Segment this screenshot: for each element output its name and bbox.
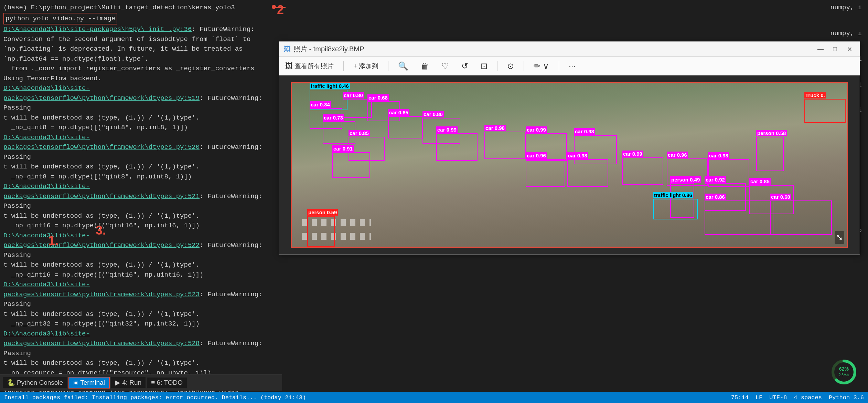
terminal-link-dtypes528[interactable]: D:\Anaconda3\lib\site-packages\tensorflo… (3, 330, 200, 348)
terminal-link-dtypes520[interactable]: D:\Anaconda3\lib\site-packages\tensorflo… (3, 134, 200, 151)
toolbar-separator-2 (388, 61, 388, 71)
terminal-line-9: _np_qint8 = np.dtype([("qint8", np.uint8… (3, 172, 279, 182)
cursor-position: 75:14 (731, 394, 749, 401)
photo-viewer-toolbar: 🖼 查看所有照片 + 添加到 🔍 🗑 ♡ ↺ ⊡ ⊙ ✏ ∨ (279, 57, 860, 75)
zebra-crossing-2 (302, 233, 371, 240)
delete-button[interactable]: 🗑 (418, 60, 432, 72)
terminal-line-3: Using TensorFlow backend. (3, 74, 279, 84)
tab-python-console[interactable]: 🐍 Python Console (3, 377, 67, 388)
terminal-tab-label: Terminal (80, 379, 105, 386)
maximize-button[interactable]: □ (829, 45, 840, 53)
terminal-line-2: from ._conv import register_converters a… (3, 64, 279, 74)
terminal-line-13: D:\Anaconda3\lib\site-packages\tensorflo… (3, 231, 279, 260)
terminal-line-20: t will be understood as (type, (1,)) / '… (3, 358, 279, 368)
face-button[interactable]: ⊙ (504, 60, 517, 72)
zebra-crossing-1 (302, 219, 371, 226)
toolbar-separator-1 (343, 61, 344, 71)
crop-button[interactable]: ⊡ (478, 60, 490, 72)
terminal-line-10: D:\Anaconda3\lib\site-packages\tensorflo… (3, 182, 279, 211)
crop-icon: ⊡ (481, 61, 487, 71)
edit-button[interactable]: ✏ ∨ (531, 60, 552, 72)
tab-terminal[interactable]: ▣ Terminal (68, 377, 110, 389)
more-icon: ··· (569, 61, 576, 71)
heart-icon: ♡ (441, 61, 449, 71)
language: Python 3.6 (829, 394, 864, 401)
line-ending: LF (756, 394, 762, 401)
toolbar-separator-5 (559, 61, 559, 71)
tab-todo[interactable]: ≡ 6: TODO (147, 378, 187, 388)
terminal-line-11: t will be understood as (type, (1,)) / '… (3, 211, 279, 221)
terminal-line-15: _np_qint16 = np.dtype([("qint16", np.uin… (3, 270, 279, 280)
taskbar: 🐍 Python Console ▣ Terminal ▶ 4: Run ≡ 6… (0, 374, 282, 391)
photo-viewer-titlebar: 🖼 照片 - tmpil8xe2iy.BMP — □ ✕ (279, 42, 860, 57)
view-all-icon: 🖼 (285, 62, 293, 71)
photo-viewer-window: 🖼 照片 - tmpil8xe2iy.BMP — □ ✕ 🖼 查看所有照片 + … (279, 41, 860, 255)
terminal-line-5: t will be understood as (type, (1,)) / '… (3, 113, 279, 123)
edit-icon: ✏ ∨ (534, 61, 549, 71)
svg-text:62%: 62% (839, 366, 849, 372)
todo-tab-label: ≡ 6: TODO (151, 379, 183, 386)
photo-viewer-content: traffic light 0.46car 0.84car 0.80car 0.… (279, 75, 860, 255)
more-button[interactable]: ··· (566, 60, 578, 72)
terminal-command: python yolo_video.py --image (3, 13, 117, 25)
terminal-link-dtypes523[interactable]: D:\Anaconda3\lib\site-packages\tensorflo… (3, 281, 200, 298)
minimize-button[interactable]: — (815, 45, 826, 53)
rotate-button[interactable]: ↺ (459, 60, 471, 72)
terminal-line-14: t will be understood as (type, (1,)) / '… (3, 260, 279, 270)
terminal-panel: (base) E:\python_project\Multi_target_de… (0, 0, 282, 403)
terminal-line-17: t will be understood as (type, (1,)) / '… (3, 309, 279, 319)
indent: 4 spaces (794, 394, 822, 401)
terminal-line-1: D:\Anaconda3\lib\site-packages\h5py\_ini… (3, 24, 279, 64)
delete-icon: 🗑 (421, 61, 429, 71)
tab-run[interactable]: ▶ 4: Run (111, 377, 146, 388)
detection-image: traffic light 0.46car 0.84car 0.80car 0.… (291, 82, 848, 248)
add-to-label: + 添加到 (353, 62, 378, 71)
status-bar-right: 75:14 LF UTF-8 4 spaces Python 3.6 (731, 394, 864, 401)
terminal-tab-icon: ▣ (73, 379, 78, 386)
terminal-link-dtypes521[interactable]: D:\Anaconda3\lib\site-packages\tensorflo… (3, 183, 200, 200)
terminal-line-18: _np_qint32 = np.dtype([("qint32", np.int… (3, 319, 279, 329)
face-icon: ⊙ (507, 61, 514, 71)
right-line-2: numpy, i (630, 29, 865, 39)
status-bar: Install packages failed: Installing pack… (0, 392, 868, 403)
terminal-line-8: t will be understood as (type, (1,)) / '… (3, 162, 279, 172)
terminal-link-dtypes519[interactable]: D:\Anaconda3\lib\site-packages\tensorflo… (3, 84, 200, 102)
run-tab-label: ▶ 4: Run (115, 379, 141, 386)
expand-icon[interactable]: ⤡ (835, 231, 844, 244)
terminal-line-16: D:\Anaconda3\lib\site-packages\tensorflo… (3, 280, 279, 309)
photo-viewer-title: 照片 - tmpil8xe2iy.BMP (293, 44, 364, 54)
toolbar-separator-3 (497, 61, 497, 71)
progress-circle: 62% 2.5M/s (830, 358, 858, 386)
terminal-line-7: D:\Anaconda3\lib\site-packages\tensorflo… (3, 133, 279, 162)
toolbar-separator-4 (524, 61, 524, 71)
view-all-label: 查看所有照片 (294, 62, 334, 71)
terminal-line-prompt: (base) E:\python_project\Multi_target_de… (3, 3, 279, 24)
zoom-button[interactable]: 🔍 (395, 60, 411, 72)
svg-text:2.5M/s: 2.5M/s (839, 373, 849, 377)
terminal-line-19: D:\Anaconda3\lib\site-packages\tensorflo… (3, 329, 279, 359)
annotation-2: 2 (277, 3, 284, 17)
terminal-line-6: _np_qint8 = np.dtype([("qint8", np.int8,… (3, 123, 279, 133)
annotation-2-line (275, 7, 286, 8)
status-message: Install packages failed: Installing pack… (4, 394, 306, 401)
python-console-label: Python Console (17, 379, 63, 386)
road-background (292, 83, 847, 247)
view-all-button[interactable]: 🖼 查看所有照片 (282, 60, 336, 72)
photo-title-icon: 🖼 (284, 45, 291, 53)
heart-button[interactable]: ♡ (439, 60, 452, 72)
terminal-prompt: (base) E:\python_project\Multi_target_de… (3, 4, 235, 11)
terminal-text: (base) E:\python_project\Multi_target_de… (3, 3, 279, 403)
window-controls: — □ ✕ (815, 45, 855, 53)
right-line-1: numpy, i (630, 3, 865, 13)
python-console-icon: 🐍 (7, 379, 15, 386)
zoom-icon: 🔍 (398, 61, 408, 71)
terminal-line-4: D:\Anaconda3\lib\site-packages\tensorflo… (3, 83, 279, 113)
charset: UTF-8 (769, 394, 787, 401)
add-to-button[interactable]: + 添加到 (351, 60, 381, 72)
rotate-icon: ↺ (461, 61, 468, 71)
close-button[interactable]: ✕ (844, 45, 855, 53)
annotation-3: 3. (96, 223, 106, 238)
terminal-link-h5py[interactable]: D:\Anaconda3\lib\site-packages\h5py\_ini… (3, 25, 192, 33)
annotation-1: 1. (48, 234, 58, 248)
terminal-line-12: _np_qint16 = np.dtype([("qint16", np.int… (3, 221, 279, 231)
